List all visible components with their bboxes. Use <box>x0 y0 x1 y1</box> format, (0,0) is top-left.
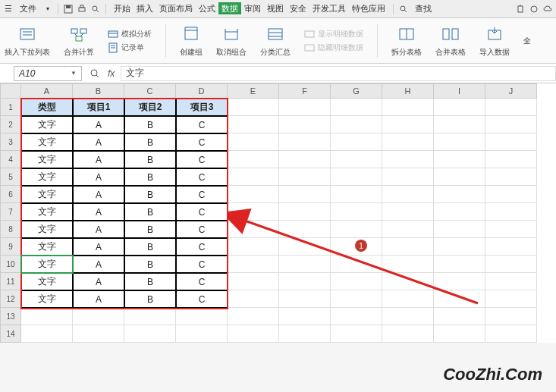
row-header[interactable]: 11 <box>0 273 21 290</box>
cell[interactable]: C <box>176 186 228 203</box>
cell[interactable]: C <box>176 116 228 133</box>
cell[interactable]: C <box>176 151 228 168</box>
cell[interactable] <box>73 308 124 325</box>
cell[interactable]: B <box>124 151 176 168</box>
ribbon-merge-sheet[interactable]: 合并表格 <box>435 24 466 58</box>
cell[interactable] <box>228 290 279 308</box>
cell[interactable]: A <box>73 203 124 221</box>
cell[interactable]: B <box>124 186 176 203</box>
cell[interactable]: 文字 <box>21 151 73 168</box>
cell[interactable]: C <box>176 238 228 256</box>
cell[interactable]: 文字 <box>21 186 73 203</box>
cell[interactable] <box>485 168 537 186</box>
search-icon[interactable] <box>398 4 409 14</box>
cell[interactable] <box>382 99 434 116</box>
cell[interactable] <box>382 186 434 203</box>
column-header[interactable]: E <box>228 83 279 99</box>
cell[interactable] <box>434 290 485 308</box>
cell[interactable]: 文字 <box>21 133 73 151</box>
cell[interactable]: B <box>124 256 176 273</box>
cell[interactable] <box>485 99 537 116</box>
cell[interactable]: B <box>124 273 176 290</box>
fx-label[interactable]: fx <box>108 68 115 79</box>
cell[interactable]: A <box>73 116 124 133</box>
cell[interactable] <box>176 325 228 343</box>
row-header[interactable]: 8 <box>0 221 21 238</box>
cell[interactable]: A <box>73 238 124 256</box>
cell[interactable]: A <box>73 186 124 203</box>
cell[interactable] <box>331 221 382 238</box>
cell[interactable] <box>228 99 279 116</box>
ribbon-subtotal[interactable]: 分类汇总 <box>260 24 291 58</box>
menu-tab-6[interactable]: 视图 <box>264 2 287 14</box>
cell[interactable] <box>331 203 382 221</box>
formula-input[interactable]: 文字 <box>121 66 556 81</box>
ribbon-import[interactable]: 导入数据 <box>479 24 510 58</box>
cell[interactable] <box>331 133 382 151</box>
cell[interactable]: 文字 <box>21 238 73 256</box>
share-icon[interactable] <box>515 4 526 14</box>
row-header[interactable]: 10 <box>0 256 21 273</box>
cell[interactable]: C <box>176 256 228 273</box>
cell[interactable] <box>434 325 485 343</box>
cell[interactable]: B <box>124 238 176 256</box>
cell[interactable] <box>279 308 331 325</box>
cell[interactable]: 文字 <box>21 290 73 308</box>
cell[interactable]: B <box>124 221 176 238</box>
menu-icon[interactable]: ☰ <box>3 4 14 14</box>
cell[interactable]: C <box>176 221 228 238</box>
cell[interactable]: 文字 <box>21 221 73 238</box>
column-header[interactable]: I <box>434 83 485 99</box>
cell[interactable] <box>331 151 382 168</box>
column-header[interactable]: C <box>124 83 176 99</box>
cell[interactable] <box>434 151 485 168</box>
cloud-icon[interactable] <box>542 4 553 14</box>
cell[interactable] <box>279 116 331 133</box>
cell[interactable] <box>485 133 537 151</box>
column-header[interactable]: G <box>331 83 382 99</box>
print-icon[interactable] <box>77 4 87 14</box>
cell[interactable] <box>382 325 434 343</box>
row-header[interactable]: 2 <box>0 116 21 133</box>
column-header[interactable]: B <box>73 83 124 99</box>
menu-tab-2[interactable]: 页面布局 <box>156 2 196 14</box>
cell[interactable]: A <box>73 168 124 186</box>
cell[interactable]: B <box>124 203 176 221</box>
menu-tab-7[interactable]: 安全 <box>287 2 309 14</box>
cell[interactable] <box>382 221 434 238</box>
cell[interactable] <box>434 99 485 116</box>
cell[interactable] <box>228 308 279 325</box>
cell[interactable] <box>279 168 331 186</box>
column-header[interactable]: A <box>21 83 73 99</box>
cell[interactable] <box>228 168 279 186</box>
ribbon-insert-dropdown[interactable]: 插入下拉列表 <box>5 24 50 58</box>
save-icon[interactable] <box>63 4 74 14</box>
cell[interactable]: 项目2 <box>124 99 176 116</box>
cell[interactable] <box>228 133 279 151</box>
cell[interactable] <box>124 325 176 343</box>
cell[interactable]: C <box>176 168 228 186</box>
cell[interactable] <box>331 186 382 203</box>
cell[interactable]: B <box>124 133 176 151</box>
menu-tab-3[interactable]: 公式 <box>196 2 218 14</box>
cell[interactable]: 项目3 <box>176 99 228 116</box>
column-header[interactable]: D <box>176 83 228 99</box>
cell[interactable] <box>434 203 485 221</box>
cell[interactable] <box>228 151 279 168</box>
cell[interactable] <box>434 273 485 290</box>
menu-file[interactable]: 文件 <box>17 2 39 16</box>
row-header[interactable]: 7 <box>0 203 21 221</box>
cell[interactable] <box>21 308 73 325</box>
row-header[interactable]: 9 <box>0 238 21 256</box>
cell[interactable]: C <box>176 203 228 221</box>
cell[interactable] <box>228 325 279 343</box>
cell[interactable] <box>279 221 331 238</box>
cell[interactable] <box>331 256 382 273</box>
cell[interactable]: B <box>124 116 176 133</box>
cell[interactable] <box>434 168 485 186</box>
cell[interactable]: C <box>176 290 228 308</box>
cell[interactable] <box>279 151 331 168</box>
ribbon-whatif[interactable]: 模拟分析 <box>108 29 152 39</box>
cell[interactable]: 文字 <box>21 116 73 133</box>
cell[interactable] <box>434 238 485 256</box>
